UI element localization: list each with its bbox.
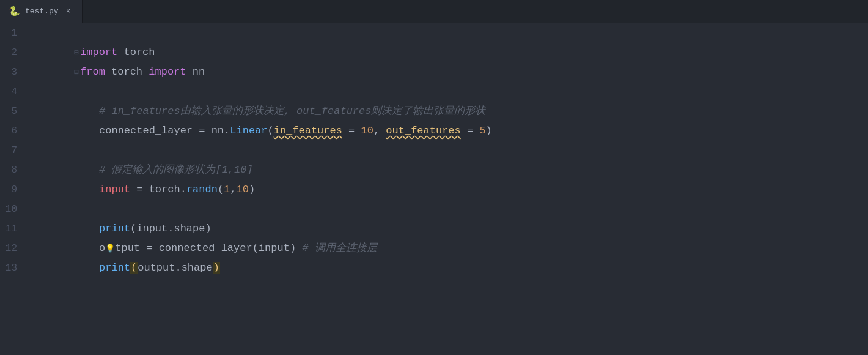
tab-label: test.py (25, 7, 59, 16)
line-num-13: 13 (0, 258, 24, 278)
line-num-3: 3 (0, 62, 24, 82)
line-num-10: 10 (0, 200, 24, 219)
code-line-10: print(input.shape) (37, 200, 868, 219)
code-line-11: o💡tput = connected_layer(input) # 调用全连接层 (37, 219, 868, 239)
code-empty-9 (37, 184, 43, 195)
line-num-4: 4 (0, 82, 24, 102)
tab-test-py[interactable]: 🐍 test.py × (0, 0, 83, 23)
code-empty-6 (37, 125, 43, 136)
editor-area: 1 2 3 4 5 6 7 8 9 10 11 12 13 ⊟import to… (0, 23, 868, 355)
line-num-6: 6 (0, 121, 24, 141)
line-num-5: 5 (0, 102, 24, 121)
code-line-7: # 假定输入的图像形状为[1,10] (37, 141, 868, 160)
line-num-12: 12 (0, 239, 24, 258)
code-line-1: ⊟import torch (37, 23, 868, 43)
code-line-5: connected_layer = nn.Linear(in_features … (37, 102, 868, 121)
code-empty-13 (37, 262, 43, 274)
code-line-2: ⊟from torch import nn (37, 43, 868, 62)
code-line-12: print(output.shape) (37, 239, 868, 258)
python-file-icon: 🐍 (9, 6, 20, 17)
code-line-6 (37, 121, 868, 141)
line-num-8: 8 (0, 160, 24, 180)
line-numbers-gutter: 1 2 3 4 5 6 7 8 9 10 11 12 13 (0, 23, 32, 355)
tab-close-button[interactable]: × (64, 7, 73, 17)
tab-bar: 🐍 test.py × (0, 0, 868, 23)
line-num-11: 11 (0, 219, 24, 239)
code-editor[interactable]: ⊟import torch ⊟from torch import nn # in… (32, 23, 868, 355)
line-num-2: 2 (0, 43, 24, 62)
code-line-9 (37, 180, 868, 200)
code-line-8: input = torch.randn(1,10) (37, 160, 868, 180)
code-empty-3 (37, 66, 43, 78)
code-line-4: # in_features由输入张量的形状决定, out_features则决定… (37, 82, 868, 102)
line-num-9: 9 (0, 180, 24, 200)
line-num-1: 1 (0, 23, 24, 43)
line-num-7: 7 (0, 141, 24, 160)
code-line-13 (37, 258, 868, 278)
code-line-3 (37, 62, 868, 82)
